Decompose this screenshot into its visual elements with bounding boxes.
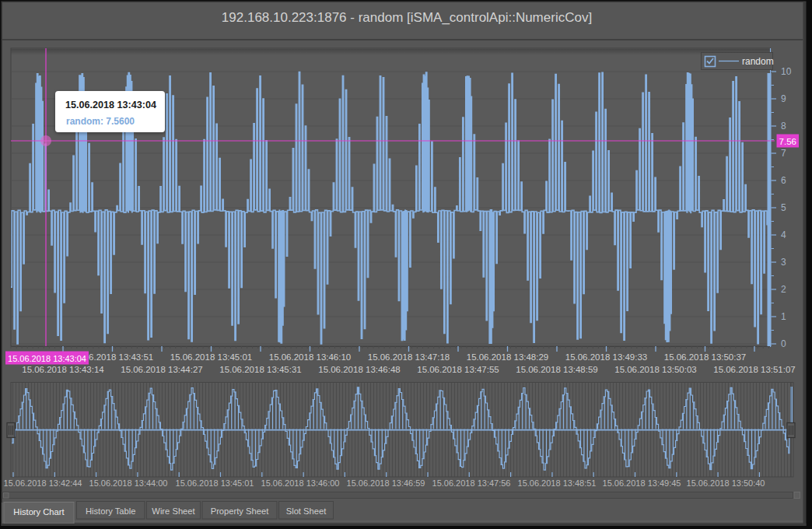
svg-text:15.06.2018 13:46:00: 15.06.2018 13:46:00 [261, 478, 340, 488]
svg-text:History Chart: History Chart [13, 507, 65, 517]
svg-text:15.06.2018 13:47:55: 15.06.2018 13:47:55 [417, 365, 499, 374]
svg-text:15.06.2018 13:49:45: 15.06.2018 13:49:45 [603, 478, 681, 488]
svg-text:15.06.2018 13:46:59: 15.06.2018 13:46:59 [347, 478, 425, 488]
svg-text:15.06.2018 13:44:00: 15.06.2018 13:44:00 [89, 478, 168, 488]
svg-text:random: random [742, 56, 774, 67]
svg-text:8: 8 [781, 121, 786, 131]
svg-text:Slot Sheet: Slot Sheet [286, 506, 327, 516]
svg-text:15.06.2018 13:45:01: 15.06.2018 13:45:01 [170, 352, 253, 362]
svg-text:192.168.10.223:1876 - random [: 192.168.10.223:1876 - random [iSMA_contr… [222, 10, 592, 25]
svg-text:15.06.2018 13:48:59: 15.06.2018 13:48:59 [516, 365, 598, 374]
svg-text:15.06.2018 13:47:56: 15.06.2018 13:47:56 [432, 478, 511, 488]
svg-text:0: 0 [781, 338, 786, 349]
svg-text:random: 7.5600: random: 7.5600 [66, 116, 135, 127]
svg-text:15.06.2018 13:50:40: 15.06.2018 13:50:40 [687, 478, 765, 488]
svg-text:15.06.2018 13:44:27: 15.06.2018 13:44:27 [121, 365, 203, 374]
svg-text:3: 3 [781, 257, 786, 268]
svg-text:15.06.2018 13:46:10: 15.06.2018 13:46:10 [269, 352, 352, 362]
svg-text:15.06.2018 13:48:51: 15.06.2018 13:48:51 [518, 478, 597, 488]
svg-text:5: 5 [781, 202, 786, 213]
svg-text:15.06.2018 13:51:07: 15.06.2018 13:51:07 [713, 365, 796, 374]
svg-text:Property Sheet: Property Sheet [211, 506, 270, 516]
svg-text:15.06.2018 13:45:31: 15.06.2018 13:45:31 [219, 365, 302, 374]
svg-text:15.06.2018 13:42:44: 15.06.2018 13:42:44 [4, 478, 82, 488]
svg-text:15.06.2018 13:49:33: 15.06.2018 13:49:33 [565, 352, 648, 362]
svg-text:2: 2 [781, 284, 786, 295]
svg-text:15.06.2018 13:50:37: 15.06.2018 13:50:37 [664, 352, 747, 362]
svg-text:Wire Sheet: Wire Sheet [152, 506, 195, 516]
svg-text:7.56: 7.56 [779, 137, 796, 146]
svg-text:15.06.2018 13:43:04: 15.06.2018 13:43:04 [65, 100, 156, 110]
svg-text:15.06.2018 13:43:04: 15.06.2018 13:43:04 [8, 354, 86, 363]
svg-text:15.06.2018 13:50:03: 15.06.2018 13:50:03 [614, 365, 697, 374]
svg-text:4: 4 [781, 229, 786, 240]
svg-text:15.06.2018 13:43:14: 15.06.2018 13:43:14 [22, 365, 104, 374]
svg-text:History Table: History Table [86, 506, 135, 516]
svg-text:10: 10 [781, 66, 792, 77]
svg-text:15.06.2018 13:48:29: 15.06.2018 13:48:29 [467, 352, 549, 362]
svg-text:6: 6 [781, 175, 786, 186]
svg-text:7: 7 [781, 148, 786, 159]
svg-text:15.06.2018 13:46:48: 15.06.2018 13:46:48 [318, 365, 401, 374]
svg-text:15.06.2018 13:45:01: 15.06.2018 13:45:01 [176, 478, 254, 488]
svg-text:15.06.2018 13:47:18: 15.06.2018 13:47:18 [368, 352, 450, 362]
svg-text:9: 9 [781, 93, 786, 104]
svg-text:1: 1 [781, 311, 786, 322]
